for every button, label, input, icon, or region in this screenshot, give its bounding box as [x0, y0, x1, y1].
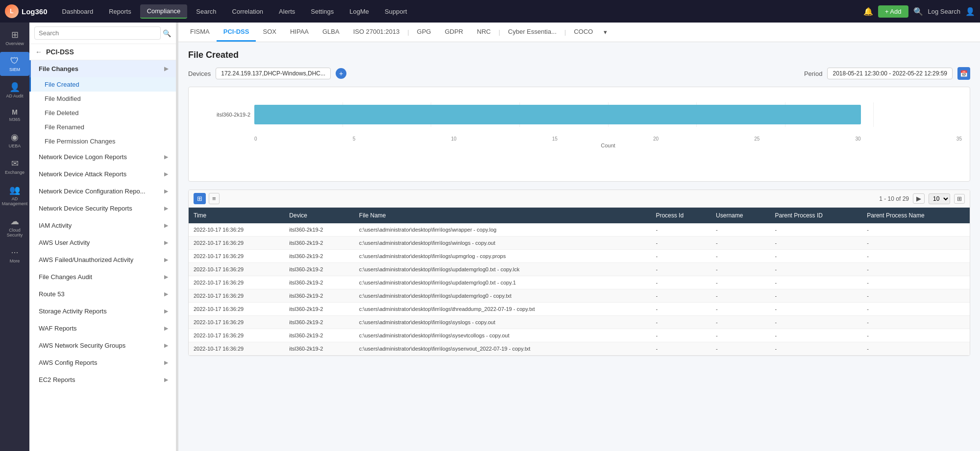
sidebar-section-network-logon[interactable]: Network Device Logon Reports ▶ — [29, 148, 176, 166]
tab-more-button[interactable]: ▾ — [600, 25, 611, 39]
sidebar-subsection-file-modified[interactable]: File Modified — [29, 92, 176, 106]
tab-gdpr[interactable]: GDPR — [438, 23, 470, 42]
tab-sox[interactable]: SOX — [256, 23, 283, 42]
sidebar-section-waf[interactable]: WAF Reports ▶ — [29, 320, 176, 337]
list-view-button[interactable]: ≡ — [209, 193, 220, 204]
subsection-label-file-modified: File Modified — [45, 95, 81, 102]
search-input[interactable] — [34, 26, 161, 40]
tab-fisma[interactable]: FISMA — [183, 23, 217, 42]
sidebar-item-exchange[interactable]: ✉ Exchange — [0, 154, 29, 179]
tab-cyber-essentials[interactable]: Cyber Essentia... — [501, 23, 564, 42]
cell-file_name: c:\users\administrator\desktop\fim\logs\… — [354, 303, 651, 316]
sidebar-item-ueba[interactable]: ◉ UEBA — [0, 128, 29, 152]
table-row[interactable]: 2022-10-17 16:36:29itsl360-2k19-2c:\user… — [189, 276, 970, 289]
tab-coco[interactable]: COCO — [567, 23, 600, 42]
tab-iso27001[interactable]: ISO 27001:2013 — [346, 23, 407, 42]
cell-file_name: c:\users\administrator\desktop\fim\logs\… — [354, 342, 651, 356]
sidebar-item-siem[interactable]: 🛡 SIEM — [0, 52, 29, 76]
sidebar-arrow-network-logon: ▶ — [164, 154, 168, 160]
nav-logme[interactable]: LogMe — [343, 5, 376, 18]
app-logo: L Log360 — [5, 4, 48, 18]
sidebar-back-button[interactable]: ← PCI-DSS — [29, 44, 176, 60]
sidebar-arrow-storage: ▶ — [164, 308, 168, 314]
tab-hipaa[interactable]: HIPAA — [283, 23, 316, 42]
sidebar-section-file-changes-audit[interactable]: File Changes Audit ▶ — [29, 268, 176, 285]
sidebar-subsection-file-permission-changes[interactable]: File Permission Changes — [29, 134, 176, 148]
sidebar-section-aws-failed[interactable]: AWS Failed/Unauthorized Activity ▶ — [29, 251, 176, 268]
sidebar-section-iam-activity[interactable]: IAM Activity ▶ — [29, 217, 176, 234]
rows-per-page-select[interactable]: 10 25 50 — [929, 193, 950, 204]
calendar-button[interactable]: 📅 — [957, 67, 970, 80]
nav-reports[interactable]: Reports — [102, 5, 138, 18]
table-row[interactable]: 2022-10-17 16:36:29itsl360-2k19-2c:\user… — [189, 316, 970, 329]
table-row[interactable]: 2022-10-17 16:36:29itsl360-2k19-2c:\user… — [189, 237, 970, 250]
sidebar-item-ad-audit[interactable]: 👤 AD Audit — [0, 78, 29, 102]
sidebar-section-storage-activity[interactable]: Storage Activity Reports ▶ — [29, 303, 176, 320]
sidebar-section-network-attack[interactable]: Network Device Attack Reports ▶ — [29, 166, 176, 183]
search-top-icon[interactable]: 🔍 — [913, 7, 923, 16]
cell-parent_process_name: - — [862, 263, 970, 276]
cell-parent_process_id: - — [770, 303, 862, 316]
tab-pci-dss[interactable]: PCI-DSS — [217, 23, 256, 42]
cell-device: itsl360-2k19-2 — [284, 329, 354, 342]
next-page-button[interactable]: ▶ — [913, 193, 925, 204]
sidebar-section-aws-config[interactable]: AWS Config Reports ▶ — [29, 354, 176, 371]
cell-file_name: c:\users\administrator\desktop\fim\logs\… — [354, 289, 651, 303]
table-row[interactable]: 2022-10-17 16:36:29itsl360-2k19-2c:\user… — [189, 342, 970, 356]
tab-nrc[interactable]: NRC — [470, 23, 497, 42]
x-label-25: 25 — [754, 136, 760, 142]
cell-parent_process_name: - — [862, 342, 970, 356]
cell-time: 2022-10-17 16:36:29 — [189, 342, 284, 356]
grid-view-button[interactable]: ⊞ — [194, 193, 206, 204]
nav-compliance[interactable]: Compliance — [140, 4, 188, 19]
nav-right: 🔔 + Add 🔍 Log Search 👤 — [863, 5, 975, 18]
add-device-button[interactable]: + — [336, 68, 346, 79]
sidebar-label-aws-failed: AWS Failed/Unauthorized Activity — [39, 256, 133, 263]
nav-support[interactable]: Support — [378, 5, 414, 18]
sidebar-section-network-security[interactable]: Network Device Security Reports ▶ — [29, 200, 176, 217]
sidebar-arrow-network-attack: ▶ — [164, 171, 168, 177]
col-time: Time — [189, 208, 284, 223]
tab-gpg[interactable]: GPG — [410, 23, 438, 42]
sidebar-label-route53: Route 53 — [39, 290, 65, 298]
nav-settings[interactable]: Settings — [304, 5, 341, 18]
sidebar-section-file-changes[interactable]: File Changes ▶ — [29, 60, 176, 77]
table-row[interactable]: 2022-10-17 16:36:29itsl360-2k19-2c:\user… — [189, 223, 970, 237]
sidebar-section-aws-user[interactable]: AWS User Activity ▶ — [29, 234, 176, 251]
search-box: 🔍 — [29, 23, 176, 44]
sidebar-section-ec2[interactable]: EC2 Reports ▶ — [29, 371, 176, 388]
sidebar-item-cloud-security[interactable]: ☁ Cloud Security — [0, 212, 29, 241]
nav-correlation[interactable]: Correlation — [225, 5, 270, 18]
table-row[interactable]: 2022-10-17 16:36:29itsl360-2k19-2c:\user… — [189, 303, 970, 316]
table-row[interactable]: 2022-10-17 16:36:29itsl360-2k19-2c:\user… — [189, 329, 970, 342]
sidebar-item-more[interactable]: ··· More — [0, 243, 29, 267]
tab-glba[interactable]: GLBA — [316, 23, 346, 42]
nav-dashboard[interactable]: Dashboard — [55, 5, 100, 18]
log-search-button[interactable]: Log Search — [928, 8, 961, 15]
table-row[interactable]: 2022-10-17 16:36:29itsl360-2k19-2c:\user… — [189, 263, 970, 276]
tab-separator-1: | — [406, 28, 410, 36]
search-submit-button[interactable]: 🔍 — [163, 29, 171, 37]
sidebar-subsection-file-created[interactable]: File Created — [29, 77, 176, 92]
table-row[interactable]: 2022-10-17 16:36:29itsl360-2k19-2c:\user… — [189, 250, 970, 263]
pagination-label: 1 - 10 of 29 — [879, 195, 909, 202]
siem-icon: 🛡 — [10, 56, 19, 66]
column-settings-button[interactable]: ⊞ — [954, 194, 965, 204]
sidebar-item-m365[interactable]: M M365 — [0, 104, 29, 126]
sidebar-item-ad-management[interactable]: 👥 AD Management — [0, 181, 29, 210]
sidebar-subsection-file-renamed[interactable]: File Renamed — [29, 120, 176, 134]
sidebar-section-route53[interactable]: Route 53 ▶ — [29, 285, 176, 303]
notifications-icon[interactable]: 🔔 — [863, 7, 873, 16]
nav-alerts[interactable]: Alerts — [272, 5, 302, 18]
sidebar-section-network-config[interactable]: Network Device Configuration Repo... ▶ — [29, 183, 176, 200]
sidebar-item-overview[interactable]: ⊞ Overview — [0, 25, 29, 50]
nav-search[interactable]: Search — [189, 5, 223, 18]
sidebar-subsection-file-deleted[interactable]: File Deleted — [29, 106, 176, 120]
report-title: File Created — [188, 50, 970, 60]
add-button[interactable]: + Add — [878, 5, 908, 18]
table-row[interactable]: 2022-10-17 16:36:29itsl360-2k19-2c:\user… — [189, 289, 970, 303]
x-label-30: 30 — [856, 136, 861, 142]
user-icon[interactable]: 👤 — [965, 7, 975, 16]
sidebar-section-aws-network[interactable]: AWS Network Security Groups ▶ — [29, 337, 176, 354]
cell-device: itsl360-2k19-2 — [284, 342, 354, 356]
